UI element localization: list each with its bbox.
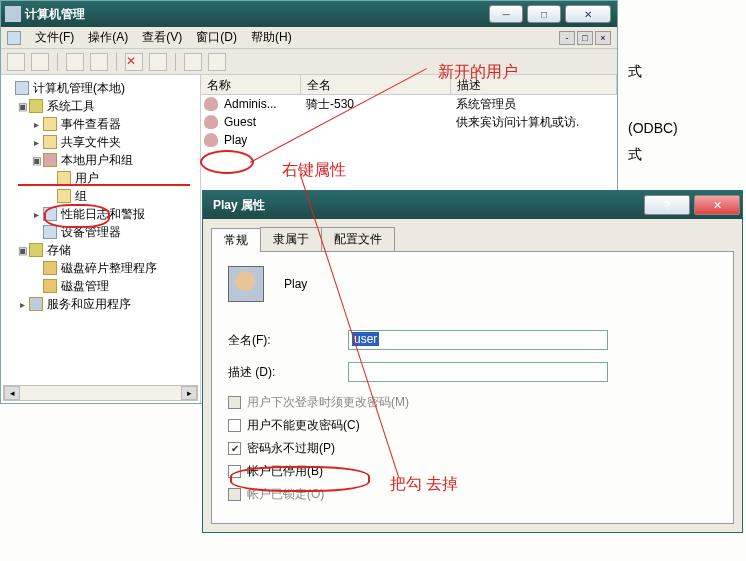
user-icon <box>204 115 218 129</box>
mdi-restore[interactable]: □ <box>577 31 593 45</box>
properties-dialog: Play 属性 ? ✕ 常规 隶属于 配置文件 Play 全名(F): user… <box>202 190 743 533</box>
mdi-icon <box>7 31 21 45</box>
cell-desc: 系统管理员 <box>453 96 617 113</box>
checkbox-must-change[interactable] <box>228 396 241 409</box>
delete-button[interactable]: ✕ <box>125 53 143 71</box>
description-input[interactable] <box>348 362 608 382</box>
col-fullname[interactable]: 全名 <box>301 75 451 94</box>
tree-defrag[interactable]: 磁盘碎片整理程序 <box>3 259 198 277</box>
user-large-icon <box>228 266 264 302</box>
user-icon <box>204 97 218 111</box>
minimize-button[interactable]: ─ <box>489 5 523 23</box>
tab-page-general: Play 全名(F): user 描述 (D): 用户下次登录时须更改密码(M)… <box>211 252 734 524</box>
tree-services[interactable]: ▸服务和应用程序 <box>3 295 198 313</box>
forward-button[interactable] <box>31 53 49 71</box>
cell-desc: 供来宾访问计算机或访. <box>453 114 617 131</box>
dialog-help-button[interactable]: ? <box>644 195 690 215</box>
bg-text: 式 <box>628 146 642 164</box>
menu-window[interactable]: 窗口(D) <box>196 29 237 46</box>
export-button[interactable] <box>208 53 226 71</box>
tree-shared-folders[interactable]: ▸共享文件夹 <box>3 133 198 151</box>
user-icon <box>204 133 218 147</box>
tree-device[interactable]: 设备管理器 <box>3 223 198 241</box>
tree-disk[interactable]: 磁盘管理 <box>3 277 198 295</box>
chk-never-expire-label: 密码永不过期(P) <box>247 440 335 457</box>
username-display: Play <box>284 277 307 291</box>
menu-view[interactable]: 查看(V) <box>142 29 182 46</box>
tree-local-users[interactable]: ▣本地用户和组 <box>3 151 198 169</box>
chk-must-change-label: 用户下次登录时须更改密码(M) <box>247 394 409 411</box>
window-title: 计算机管理 <box>25 6 489 23</box>
mdi-close[interactable]: × <box>595 31 611 45</box>
tab-general[interactable]: 常规 <box>211 228 261 252</box>
list-row-guest[interactable]: Guest 供来宾访问计算机或访. <box>201 113 617 131</box>
cell-name: Guest <box>221 115 303 129</box>
tab-member-of[interactable]: 隶属于 <box>260 227 322 251</box>
chk-disabled-row[interactable]: 帐户已停用(B) <box>228 463 717 480</box>
chk-cannot-change-row[interactable]: 用户不能更改密码(C) <box>228 417 717 434</box>
chk-cannot-change-label: 用户不能更改密码(C) <box>247 417 360 434</box>
checkbox-locked[interactable] <box>228 488 241 501</box>
menu-action[interactable]: 操作(A) <box>88 29 128 46</box>
dialog-close-button[interactable]: ✕ <box>694 195 740 215</box>
underline-local-users <box>18 184 190 186</box>
tree-system-tools[interactable]: ▣系统工具 <box>3 97 198 115</box>
checkbox-cannot-change[interactable] <box>228 419 241 432</box>
tree-event-viewer[interactable]: ▸事件查看器 <box>3 115 198 133</box>
tree-root[interactable]: 计算机管理(本地) <box>3 79 198 97</box>
tree-storage[interactable]: ▣存储 <box>3 241 198 259</box>
properties-button[interactable] <box>149 53 167 71</box>
tree-groups[interactable]: 组 <box>3 187 198 205</box>
col-name[interactable]: 名称 <box>201 75 301 94</box>
toolbar: ✕ <box>1 49 617 75</box>
tree-perf[interactable]: ▸性能日志和警报 <box>3 205 198 223</box>
menu-file[interactable]: 文件(F) <box>35 29 74 46</box>
chk-disabled-label: 帐户已停用(B) <box>247 463 323 480</box>
close-button[interactable]: ✕ <box>565 5 611 23</box>
dialog-title: Play 属性 <box>213 197 642 214</box>
up-button[interactable] <box>66 53 84 71</box>
fullname-input[interactable]: user <box>348 330 608 350</box>
back-button[interactable] <box>7 53 25 71</box>
cell-name: Adminis... <box>221 97 303 111</box>
fullname-label: 全名(F): <box>228 332 348 349</box>
menubar: 文件(F) 操作(A) 查看(V) 窗口(D) 帮助(H) - □ × <box>1 27 617 49</box>
titlebar[interactable]: 计算机管理 ─ □ ✕ <box>1 1 617 27</box>
dialog-titlebar[interactable]: Play 属性 ? ✕ <box>203 191 742 219</box>
cell-name: Play <box>221 133 303 147</box>
description-label: 描述 (D): <box>228 364 348 381</box>
checkbox-disabled[interactable] <box>228 465 241 478</box>
show-hide-button[interactable] <box>90 53 108 71</box>
list-row-admin[interactable]: Adminis... 骑士-530 系统管理员 <box>201 95 617 113</box>
refresh-button[interactable] <box>184 53 202 71</box>
cell-full: 骑士-530 <box>303 96 453 113</box>
list-row-play[interactable]: Play <box>201 131 617 149</box>
bg-text: 式 <box>628 63 642 81</box>
app-icon <box>5 6 21 22</box>
chk-never-expire-row[interactable]: 密码永不过期(P) <box>228 440 717 457</box>
tab-profile[interactable]: 配置文件 <box>321 227 395 251</box>
chk-must-change-row[interactable]: 用户下次登录时须更改密码(M) <box>228 394 717 411</box>
checkbox-never-expire[interactable] <box>228 442 241 455</box>
col-desc[interactable]: 描述 <box>451 75 617 94</box>
chk-locked-row[interactable]: 帐户已锁定(O) <box>228 486 717 503</box>
mdi-minimize[interactable]: - <box>559 31 575 45</box>
tabrow: 常规 隶属于 配置文件 <box>211 227 734 252</box>
chk-locked-label: 帐户已锁定(O) <box>247 486 324 503</box>
list-header: 名称 全名 描述 <box>201 75 617 95</box>
menu-help[interactable]: 帮助(H) <box>251 29 292 46</box>
bg-text-odbc: (ODBC) <box>628 120 678 136</box>
tree-pane: 计算机管理(本地) ▣系统工具 ▸事件查看器 ▸共享文件夹 ▣本地用户和组 用户… <box>1 75 201 403</box>
maximize-button[interactable]: □ <box>527 5 561 23</box>
tree-scrollbar[interactable]: ◂▸ <box>3 385 198 401</box>
